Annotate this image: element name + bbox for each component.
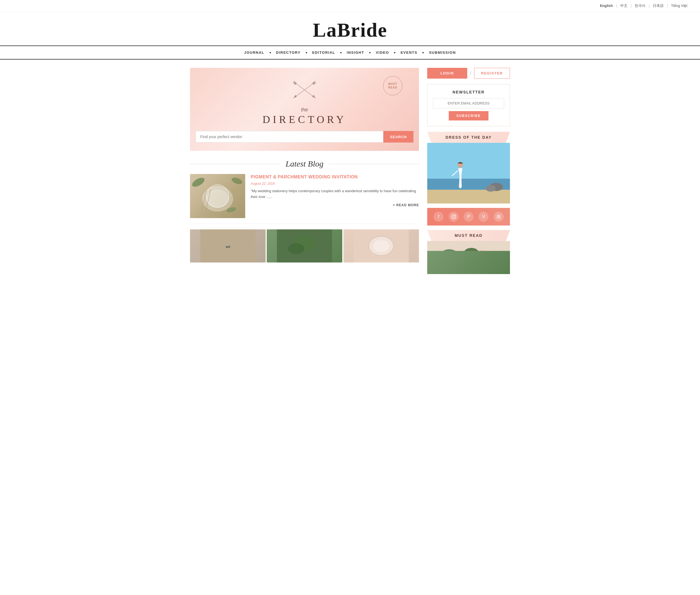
svg-point-41	[485, 251, 502, 263]
lang-sep-4: |	[667, 4, 668, 8]
lang-english[interactable]: English	[600, 4, 613, 8]
directory-title: DIRECTORY	[262, 113, 347, 125]
svg-point-23	[288, 243, 305, 254]
pinterest-icon[interactable]: P	[464, 212, 474, 222]
svg-point-26	[373, 240, 389, 252]
svg-point-14	[191, 176, 206, 189]
svg-rect-29	[427, 190, 510, 203]
sidebar: LOGIN / REGISTER NEWSLETTER SUBSCRIBE DR…	[427, 68, 510, 274]
thumb-item-1[interactable]: 📷	[190, 229, 265, 262]
lang-japanese[interactable]: 日本語	[653, 4, 664, 8]
svg-marker-6	[293, 95, 297, 98]
lang-vietnamese[interactable]: Tiếng Việt	[671, 4, 687, 8]
lang-chinese[interactable]: 中文	[620, 4, 627, 8]
login-register-row: LOGIN / REGISTER	[427, 68, 510, 79]
register-button[interactable]: REGISTER	[474, 68, 510, 79]
search-button[interactable]: SEARCH	[383, 131, 414, 143]
blog-post-info: PIGMENT & PARCHMENT WEDDING INVITATION A…	[251, 174, 419, 218]
svg-point-36	[454, 215, 455, 216]
lang-korean[interactable]: 한국어	[635, 4, 645, 8]
login-slash: /	[470, 70, 471, 76]
svg-point-43	[480, 252, 485, 257]
newsletter-box: NEWSLETTER SUBSCRIBE	[427, 84, 510, 126]
nav-submission[interactable]: SUBMISSION	[424, 51, 460, 55]
subscribe-button[interactable]: SUBSCRIBE	[449, 111, 489, 120]
directory-banner: MUST READ	[190, 68, 419, 151]
dress-of-day-banner: DRESS OF THE DAY	[427, 132, 510, 143]
nav-journal[interactable]: JOURNAL	[239, 51, 269, 55]
lang-sep-1: |	[616, 4, 617, 8]
directory-the-label: the	[301, 107, 308, 113]
lang-sep-2: |	[631, 4, 631, 8]
svg-point-39	[440, 249, 459, 263]
vimeo-icon[interactable]: V	[478, 212, 488, 222]
svg-marker-1	[312, 95, 315, 98]
site-logo[interactable]: LaBride	[0, 20, 700, 40]
blog-post-date: August 22, 2016	[251, 182, 419, 186]
blog-post-item: PIGMENT & PARCHMENT WEDDING INVITATION A…	[190, 174, 419, 224]
dress-of-day-image[interactable]	[427, 143, 510, 203]
blog-post-thumbnail[interactable]	[190, 174, 245, 218]
svg-point-35	[453, 216, 455, 218]
newsletter-title: NEWSLETTER	[433, 90, 504, 94]
thumb-item-3[interactable]	[343, 229, 419, 262]
must-read-section: MUST READ	[427, 230, 510, 274]
facebook-icon[interactable]: f	[433, 212, 444, 222]
newsletter-email-input[interactable]	[433, 98, 504, 108]
logo-area: LaBride	[0, 12, 700, 46]
svg-rect-27	[427, 143, 510, 181]
page-content: MUST READ	[185, 60, 515, 282]
vendor-search-input[interactable]	[196, 131, 383, 143]
read-more-link[interactable]: > READ MORE	[251, 203, 419, 207]
latest-blog-header: Latest Blog	[190, 159, 419, 168]
thumbnail-grid: 📷	[190, 229, 419, 262]
svg-rect-34	[451, 215, 456, 219]
nav-directory[interactable]: DIRECTORY	[271, 51, 306, 55]
svg-point-15	[231, 176, 243, 185]
svg-point-31	[486, 185, 496, 192]
main-navigation: JOURNAL ◆ DIRECTORY ◆ EDITORIAL ◆ INSIGH…	[0, 46, 700, 60]
blog-post-excerpt: "My wedding stationery helps contemporar…	[251, 188, 419, 200]
nav-insight[interactable]: INSIGHT	[342, 51, 369, 55]
instagram-icon[interactable]	[449, 212, 459, 222]
crossed-arrows-icon	[291, 79, 318, 105]
must-read-image[interactable]	[427, 241, 510, 274]
blog-thumb-image	[190, 174, 245, 218]
search-row: SEARCH	[196, 131, 414, 143]
nav-video[interactable]: VIDEO	[371, 51, 394, 55]
thumb-item-2[interactable]	[267, 229, 342, 262]
must-read-banner: MUST READ	[427, 230, 510, 241]
lang-sep-3: |	[649, 4, 649, 8]
login-button[interactable]: LOGIN	[427, 68, 467, 79]
world-map-badge: MUST READ	[383, 76, 402, 95]
language-bar: English | 中文 | 한국어 | 日本語 | Tiếng Việt	[0, 0, 700, 12]
nav-events[interactable]: EVENTS	[395, 51, 422, 55]
svg-point-42	[477, 250, 488, 260]
weibo-icon[interactable]: 微	[494, 212, 504, 222]
svg-text:📷: 📷	[226, 244, 230, 248]
main-column: MUST READ	[190, 68, 419, 274]
svg-rect-38	[427, 255, 510, 274]
latest-blog-title: Latest Blog	[283, 159, 326, 168]
social-icons-row: f P V 微	[427, 208, 510, 226]
blog-post-title[interactable]: PIGMENT & PARCHMENT WEDDING INVITATION	[251, 174, 419, 180]
svg-point-40	[464, 248, 479, 259]
nav-editorial[interactable]: EDITORIAL	[307, 51, 340, 55]
